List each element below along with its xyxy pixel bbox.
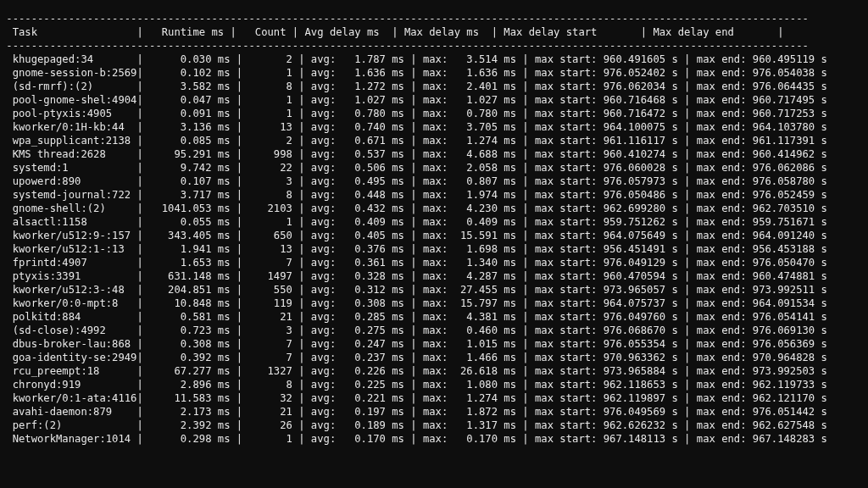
table-row: KMS thread:2628 | 95.291 ms | 998 | avg:…: [0, 147, 868, 161]
table-row: fprintd:4907 | 1.653 ms | 7 | avg: 0.361…: [0, 256, 868, 269]
table-row: ptyxis:3391 | 631.148 ms | 1497 | avg: 0…: [0, 269, 868, 283]
table-row: gnome-session-b:2569| 0.102 ms | 1 | avg…: [0, 66, 868, 80]
table-row: systemd-journal:722 | 3.717 ms | 8 | avg…: [0, 188, 868, 202]
table-row: pool-ptyxis:4905 | 0.091 ms | 1 | avg: 0…: [0, 107, 868, 120]
table-row: dbus-broker-lau:868 | 0.308 ms | 7 | avg…: [0, 337, 868, 351]
table-row: kworker/0:1-ata:4116| 11.583 ms | 32 | a…: [0, 391, 868, 405]
separator-mid: ----------------------------------------…: [0, 39, 868, 53]
perf-sched-latency-output: ----------------------------------------…: [0, 10, 868, 446]
table-row: gnome-shell:(2) | 1041.053 ms | 2103 | a…: [0, 202, 868, 215]
table-row: kworker/0:0-mpt:8 | 10.848 ms | 119 | av…: [0, 297, 868, 310]
table-row: kworker/u512:1-:13 | 1.941 ms | 13 | avg…: [0, 242, 868, 256]
table-row: rcu_preempt:18 | 67.277 ms | 1327 | avg:…: [0, 364, 868, 378]
table-row: (sd-close):4992 | 0.723 ms | 3 | avg: 0.…: [0, 324, 868, 337]
table-row: wpa_supplicant:2138 | 0.085 ms | 2 | avg…: [0, 134, 868, 147]
table-row: systemd:1 | 9.742 ms | 22 | avg: 0.506 m…: [0, 161, 868, 175]
table-row: perf:(2) | 2.392 ms | 26 | avg: 0.189 ms…: [0, 419, 868, 432]
table-row: avahi-daemon:879 | 2.173 ms | 21 | avg: …: [0, 405, 868, 419]
header-row: Task | Runtime ms | Count | Avg delay ms…: [0, 25, 868, 39]
table-row: polkitd:884 | 0.581 ms | 21 | avg: 0.285…: [0, 310, 868, 324]
table-row: goa-identity-se:2949| 0.392 ms | 7 | avg…: [0, 351, 868, 364]
table-row: alsactl:1158 | 0.055 ms | 1 | avg: 0.409…: [0, 215, 868, 229]
table-row: chronyd:919 | 2.896 ms | 8 | avg: 0.225 …: [0, 378, 868, 391]
table-row: kworker/u512:3-:48 | 204.851 ms | 550 | …: [0, 283, 868, 297]
table-row: kworker/u512:9-:157 | 343.405 ms | 650 |…: [0, 229, 868, 242]
table-row: (sd-rmrf):(2) | 3.582 ms | 8 | avg: 1.27…: [0, 80, 868, 93]
table-row: kworker/0:1H-kb:44 | 3.136 ms | 13 | avg…: [0, 120, 868, 134]
table-row: pool-gnome-shel:4904| 0.047 ms | 1 | avg…: [0, 93, 868, 107]
table-row: upowerd:890 | 0.107 ms | 3 | avg: 0.495 …: [0, 175, 868, 188]
table-row: NetworkManager:1014 | 0.298 ms | 1 | avg…: [0, 432, 868, 446]
separator-top: ----------------------------------------…: [0, 12, 868, 25]
table-row: khugepaged:34 | 0.030 ms | 2 | avg: 1.78…: [0, 53, 868, 66]
